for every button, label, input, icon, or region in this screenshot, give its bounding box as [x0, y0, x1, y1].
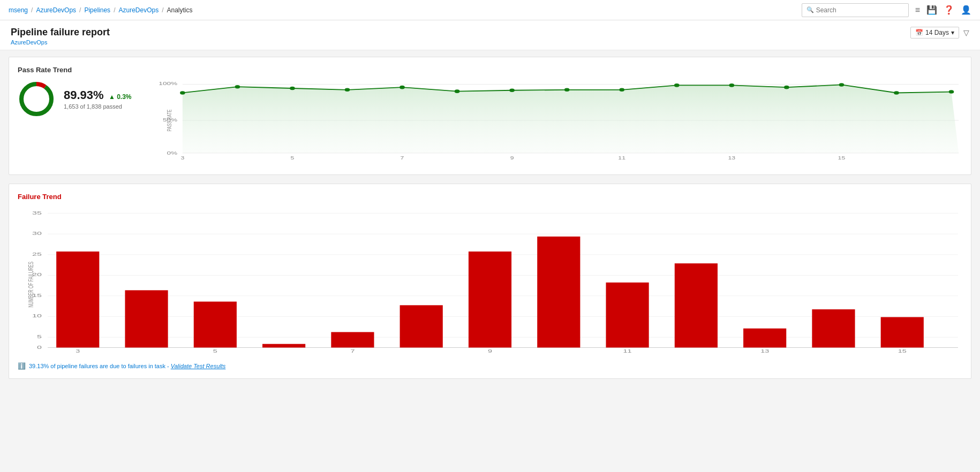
svg-text:PASS RATE: PASS RATE: [167, 110, 173, 132]
date-selector[interactable]: 📅 14 Days ▾: [910, 27, 959, 39]
failure-bar-chart: 35 30 25 20 15 10 5 0: [18, 207, 962, 354]
breadcrumb-analytics[interactable]: Analytics: [167, 6, 193, 14]
svg-point-24: [949, 90, 954, 94]
breadcrumb-mseng[interactable]: mseng: [9, 6, 28, 14]
svg-point-10: [180, 91, 185, 95]
svg-point-16: [509, 88, 515, 92]
calendar-icon: 📅: [915, 29, 923, 36]
svg-text:15: 15: [898, 348, 907, 354]
page-header: Pipeline failure report AzureDevOps 📅 14…: [0, 20, 980, 50]
help-icon[interactable]: ❓: [944, 5, 954, 15]
svg-text:100%: 100%: [159, 81, 177, 86]
bar-8: [537, 237, 580, 347]
failure-info-text: 39.13% of pipeline failures are due to f…: [29, 363, 225, 369]
page-subtitle: AzureDevOps: [11, 39, 110, 45]
breadcrumb-azuredevops2[interactable]: AzureDevOps: [118, 6, 159, 14]
page-title: Pipeline failure report: [11, 27, 110, 38]
pass-rate-stats: 89.93% ▲ 0.3% 1,653 of 1,838 passed: [64, 88, 132, 110]
bar-5: [331, 332, 374, 348]
svg-text:5: 5: [37, 333, 42, 339]
bar-6: [400, 305, 443, 347]
date-range-label: 14 Days: [925, 29, 949, 36]
info-icon: ℹ️: [18, 362, 26, 370]
breadcrumb-pipelines[interactable]: Pipelines: [84, 6, 110, 14]
nav-actions: 🔍 ≡ 💾 ❓ 👤: [802, 3, 971, 17]
svg-point-11: [235, 85, 240, 89]
breadcrumb: mseng / AzureDevOps / Pipelines / AzureD…: [9, 6, 193, 14]
svg-text:25: 25: [32, 251, 42, 257]
svg-text:9: 9: [510, 155, 514, 161]
svg-text:5: 5: [291, 155, 295, 161]
pass-rate-title: Pass Rate Trend: [18, 66, 962, 74]
svg-point-12: [290, 87, 295, 90]
svg-text:35: 35: [32, 210, 42, 216]
svg-text:13: 13: [760, 348, 770, 354]
svg-point-2: [21, 84, 51, 114]
bar-4: [262, 344, 305, 348]
chevron-down-icon: ▾: [951, 29, 954, 36]
filter-icon[interactable]: ▽: [963, 28, 969, 37]
svg-text:9: 9: [488, 348, 492, 354]
svg-point-21: [784, 86, 789, 89]
svg-text:7: 7: [350, 348, 355, 354]
bar-3: [194, 302, 237, 348]
svg-point-15: [455, 89, 460, 93]
bar-11: [743, 329, 786, 348]
svg-text:7: 7: [401, 155, 404, 161]
pass-rate-percentage: 89.93% ▲ 0.3%: [64, 88, 132, 102]
svg-text:5: 5: [213, 348, 217, 354]
svg-text:0: 0: [37, 345, 42, 351]
svg-point-13: [345, 88, 350, 92]
donut-chart: [18, 80, 55, 118]
svg-text:11: 11: [618, 155, 625, 161]
svg-point-19: [674, 83, 680, 87]
failure-trend-chart-area: 35 30 25 20 15 10 5 0: [18, 207, 962, 357]
svg-text:11: 11: [623, 348, 632, 354]
bar-12: [812, 309, 855, 347]
svg-marker-9: [183, 85, 959, 153]
svg-point-17: [564, 88, 570, 92]
donut-svg: [18, 80, 55, 118]
svg-text:10: 10: [32, 313, 42, 319]
search-input[interactable]: [816, 6, 904, 14]
failure-trend-card: Failure Trend 35 30 25 20 15 10 5 0: [9, 184, 971, 379]
svg-text:Jun: Jun: [72, 353, 84, 354]
bar-2: [125, 290, 168, 347]
pass-rate-content: 89.93% ▲ 0.3% 1,653 of 1,838 passed 100%…: [18, 80, 962, 166]
user-icon[interactable]: 👤: [961, 5, 971, 15]
main-content: Pass Rate Trend 89.93%: [0, 50, 980, 394]
failure-info-line: ℹ️ 39.13% of pipeline failures are due t…: [18, 362, 962, 370]
search-box[interactable]: 🔍: [802, 3, 909, 17]
save-icon[interactable]: 💾: [926, 5, 937, 15]
bar-1: [56, 252, 99, 347]
svg-text:Jun: Jun: [177, 159, 188, 161]
svg-point-14: [399, 86, 405, 89]
top-navigation: mseng / AzureDevOps / Pipelines / AzureD…: [0, 0, 980, 20]
pass-rate-line-chart: 100% 50% 0%: [157, 80, 962, 161]
bar-7: [469, 252, 511, 347]
bar-9: [606, 283, 649, 348]
pass-rate-left: 89.93% ▲ 0.3% 1,653 of 1,838 passed: [18, 80, 157, 118]
pass-rate-chart-area: 100% 50% 0%: [157, 80, 962, 166]
validate-link[interactable]: Validate Test Results: [171, 363, 226, 369]
breadcrumb-azuredevops[interactable]: AzureDevOps: [36, 6, 76, 14]
svg-point-23: [894, 91, 899, 95]
svg-text:15: 15: [838, 155, 846, 161]
svg-point-18: [619, 88, 624, 92]
svg-text:13: 13: [728, 155, 735, 161]
pass-rate-card: Pass Rate Trend 89.93%: [9, 57, 971, 175]
svg-text:NUMBER OF FAILURES: NUMBER OF FAILURES: [27, 262, 35, 308]
bar-13: [881, 317, 924, 348]
failure-trend-title: Failure Trend: [18, 193, 962, 201]
svg-text:30: 30: [32, 230, 42, 236]
pass-rate-label: 1,653 of 1,838 passed: [64, 103, 132, 110]
bar-10: [675, 263, 718, 347]
svg-text:0%: 0%: [167, 150, 178, 155]
header-controls: 📅 14 Days ▾ ▽: [910, 27, 969, 39]
page-title-area: Pipeline failure report AzureDevOps: [11, 27, 110, 45]
search-icon: 🔍: [806, 6, 814, 13]
svg-point-20: [729, 83, 735, 87]
list-icon[interactable]: ≡: [915, 5, 920, 15]
svg-point-22: [839, 83, 845, 87]
